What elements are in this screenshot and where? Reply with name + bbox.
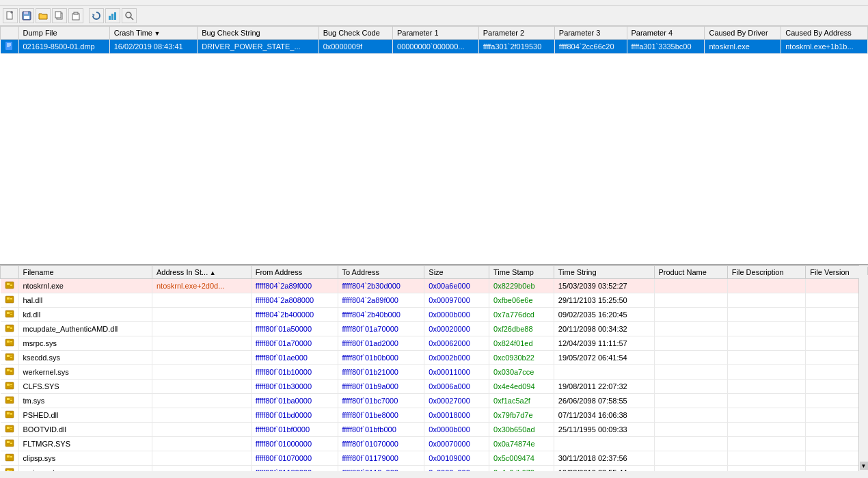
cell-time_string: 30/11/2018 02:37:56 (554, 451, 654, 466)
svg-rect-10 (114, 12, 116, 20)
cell-dump_file: 021619-8500-01.dmp (18, 40, 109, 54)
svg-rect-66 (7, 455, 10, 457)
cell-time_stamp: 0x30b650ad (489, 423, 554, 437)
col-bug-check-code[interactable]: Bug Check Code (318, 27, 392, 40)
menu-view[interactable] (25, 1, 36, 4)
cell-to_address: fffff80f`01ad2000 (338, 336, 424, 351)
col-product-name[interactable]: Product Name (654, 266, 727, 279)
menu-file[interactable] (3, 1, 14, 4)
cell-size: 0x00018000 (424, 408, 489, 423)
driver-row-5[interactable]: ksecdd.sysfffff80f`01ae000fffff80f`01b0b… (1, 351, 868, 365)
open-folder-button[interactable] (36, 8, 51, 23)
cell-address_in_st (152, 336, 251, 351)
svg-rect-63 (10, 442, 12, 442)
cell-product_name (654, 466, 727, 472)
cell-address_in_st: ntoskrnl.exe+2d0d... (152, 279, 251, 293)
cell-address_in_st (152, 466, 251, 472)
menu-options[interactable] (36, 1, 46, 4)
driver-row-10[interactable]: BOOTVID.dllfffff80f`01bf0000fffff80f`01b… (1, 423, 868, 437)
col-parameter1[interactable]: Parameter 1 (393, 27, 479, 40)
col-to-address[interactable]: To Address (338, 266, 424, 279)
driver-row-12[interactable]: clipsp.sysfffff80f`01070000fffff80f`0117… (1, 451, 868, 466)
cell-filename: clipsp.sys (18, 451, 152, 466)
menu-edit[interactable] (14, 1, 25, 4)
col-file-version[interactable]: File Version (806, 266, 868, 279)
driver-row-13[interactable]: cmimcext.sysfffff80f`01180000fffff80f`01… (1, 466, 868, 472)
svg-rect-3 (24, 16, 29, 19)
driver-row-4[interactable]: msrpc.sysfffff80f`01a70000fffff80f`01ad2… (1, 336, 868, 351)
svg-line-12 (131, 17, 133, 20)
cell-size: 0x00097000 (424, 293, 489, 308)
col-dump-file[interactable]: Dump File (18, 27, 109, 40)
col-bug-check-string[interactable]: Bug Check String (198, 27, 318, 40)
dump-row-0[interactable]: 021619-8500-01.dmp16/02/2019 08:43:41DRI… (1, 40, 868, 54)
col-parameter3[interactable]: Parameter 3 (554, 27, 627, 40)
refresh-button[interactable] (89, 8, 104, 23)
cell-from_address: fffff804`2b400000 (251, 308, 338, 322)
svg-rect-54 (7, 412, 10, 414)
copy-button[interactable] (52, 8, 67, 23)
lower-table-header: Filename Address In St... From Address T… (1, 266, 868, 279)
cell-file_description (727, 423, 805, 437)
cell-time_stamp: 0x79fb7d7e (489, 408, 554, 423)
col-address-in-st[interactable]: Address In St... (152, 266, 251, 279)
svg-rect-55 (10, 413, 12, 414)
chart-button[interactable] (105, 8, 120, 23)
svg-point-11 (126, 12, 131, 18)
cell-size: 0x00020000 (424, 322, 489, 336)
driver-row-1[interactable]: hal.dllfffff804`2a808000fffff804`2a89f00… (1, 293, 868, 308)
cell-to_address: fffff80f`01bc7000 (338, 394, 424, 408)
col-time-string[interactable]: Time String (554, 266, 654, 279)
col-time-stamp[interactable]: Time Stamp (489, 266, 554, 279)
driver-row-9[interactable]: PSHED.dllfffff80f`01bd0000fffff80f`01be8… (1, 408, 868, 423)
driver-row-3[interactable]: mcupdate_AuthenticAMD.dllfffff80f`01a500… (1, 322, 868, 336)
cell-time_string: 19/08/2010 23:55:44 (554, 466, 654, 472)
driver-row-icon (1, 437, 19, 451)
menu-help[interactable] (46, 1, 57, 4)
col-icon-header[interactable] (1, 27, 19, 40)
cell-time_string: 12/04/2039 11:11:57 (554, 336, 654, 351)
cell-to_address: fffff80f`01179000 (338, 451, 424, 466)
cell-product_name (654, 451, 727, 466)
driver-row-8[interactable]: tm.sysfffff80f`01ba0000fffff80f`01bc7000… (1, 394, 868, 408)
vertical-scrollbar[interactable]: ▲ ▼ (858, 265, 868, 471)
cell-time_stamp: 0x4c6db670 (489, 466, 554, 472)
paste-button[interactable] (68, 8, 83, 23)
col-parameter2[interactable]: Parameter 2 (478, 27, 554, 40)
cell-file_description (727, 308, 805, 322)
cell-from_address: fffff80f`01ae000 (251, 351, 338, 365)
col-parameter4[interactable]: Parameter 4 (627, 27, 705, 40)
svg-rect-59 (10, 427, 12, 428)
cell-size: 0x00070000 (424, 437, 489, 451)
svg-rect-13 (5, 42, 12, 50)
toolbar (0, 6, 868, 26)
cell-to_address: fffff80f`01be8000 (338, 408, 424, 423)
driver-row-11[interactable]: FLTMGR.SYSfffff80f`01000000fffff80f`0107… (1, 437, 868, 451)
svg-rect-35 (10, 341, 12, 342)
lower-table-container[interactable]: Filename Address In St... From Address T… (0, 265, 868, 471)
driver-row-2[interactable]: kd.dllfffff804`2b400000fffff804`2b40b000… (1, 308, 868, 322)
cell-filename: mcupdate_AuthenticAMD.dll (18, 322, 152, 336)
col-caused-by-address[interactable]: Caused By Address (781, 27, 868, 40)
driver-row-0[interactable]: ntoskrnl.exentoskrnl.exe+2d0d...fffff804… (1, 279, 868, 293)
cell-time_stamp: 0x4e4ed094 (489, 380, 554, 394)
cell-from_address: fffff80f`01b30000 (251, 380, 338, 394)
svg-rect-30 (7, 326, 10, 328)
col-filename[interactable]: Filename (18, 266, 152, 279)
col-caused-by-driver[interactable]: Caused By Driver (705, 27, 781, 40)
new-button[interactable] (3, 8, 18, 23)
col-crash-time[interactable]: Crash Time (109, 27, 197, 40)
col-file-description[interactable]: File Description (727, 266, 805, 279)
driver-row-6[interactable]: werkernel.sysfffff80f`01b10000fffff80f`0… (1, 365, 868, 380)
save-button[interactable] (19, 8, 34, 23)
col-size[interactable]: Size (424, 266, 489, 279)
upper-table-container[interactable]: Dump File Crash Time Bug Check String Bu… (0, 26, 868, 265)
search-button[interactable] (122, 8, 137, 23)
cell-address_in_st (152, 308, 251, 322)
cell-file_description (727, 437, 805, 451)
cell-to_address: fffff804`2b30d000 (338, 279, 424, 293)
cell-filename: CLFS.SYS (18, 380, 152, 394)
col-icon-header-lower[interactable] (1, 266, 19, 279)
driver-row-7[interactable]: CLFS.SYSfffff80f`01b30000fffff80f`01b9a0… (1, 380, 868, 394)
col-from-address[interactable]: From Address (251, 266, 338, 279)
